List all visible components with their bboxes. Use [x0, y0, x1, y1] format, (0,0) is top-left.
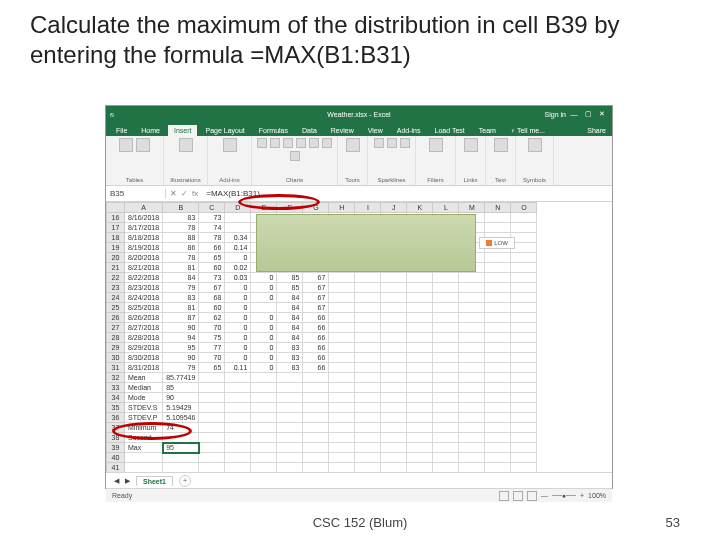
cell[interactable]: 0 — [251, 293, 277, 303]
cell[interactable]: 8/29/2018 — [125, 343, 163, 353]
cell[interactable] — [303, 403, 329, 413]
cell[interactable] — [329, 433, 355, 443]
cell[interactable] — [433, 453, 459, 463]
tab-addins[interactable]: Add-ins — [391, 125, 427, 136]
cell[interactable] — [381, 383, 407, 393]
zoom-in-icon[interactable]: + — [580, 492, 584, 499]
cell[interactable] — [433, 413, 459, 423]
cell[interactable]: 95 — [163, 343, 199, 353]
cell[interactable]: 0 — [225, 353, 251, 363]
cell[interactable] — [355, 313, 381, 323]
cell[interactable] — [511, 373, 537, 383]
cell[interactable] — [355, 323, 381, 333]
cell[interactable] — [459, 273, 485, 283]
tab-review[interactable]: Review — [325, 125, 360, 136]
cell[interactable] — [485, 453, 511, 463]
cell[interactable] — [459, 453, 485, 463]
cell[interactable]: 68 — [199, 293, 225, 303]
cell[interactable]: 0.14 — [225, 243, 251, 253]
row-header[interactable]: 40 — [107, 453, 125, 463]
cell[interactable] — [303, 453, 329, 463]
row-header[interactable]: 39 — [107, 443, 125, 453]
row-header[interactable]: 32 — [107, 373, 125, 383]
cell[interactable] — [277, 463, 303, 473]
cell[interactable]: 88 — [163, 233, 199, 243]
cell[interactable] — [485, 383, 511, 393]
cell[interactable] — [329, 393, 355, 403]
cell[interactable] — [433, 333, 459, 343]
cell[interactable] — [459, 363, 485, 373]
cell[interactable]: 8/18/2018 — [125, 233, 163, 243]
col-header[interactable]: L — [433, 203, 459, 213]
cell[interactable]: 66 — [303, 323, 329, 333]
cell[interactable] — [381, 293, 407, 303]
cell[interactable] — [407, 303, 433, 313]
cell[interactable] — [355, 393, 381, 403]
cell[interactable] — [511, 423, 537, 433]
cell[interactable]: STDEV.S — [125, 403, 163, 413]
signin-link[interactable]: Sign in — [545, 111, 566, 118]
cell[interactable]: 62 — [199, 313, 225, 323]
enter-icon[interactable]: ✓ — [181, 189, 188, 198]
cell[interactable]: 84 — [277, 293, 303, 303]
cell[interactable]: STDEV.P — [125, 413, 163, 423]
row-header[interactable]: 18 — [107, 233, 125, 243]
cell[interactable] — [355, 463, 381, 473]
cell[interactable] — [407, 403, 433, 413]
cell[interactable] — [251, 383, 277, 393]
cell[interactable] — [329, 443, 355, 453]
tellme[interactable]: ♀ Tell me... — [504, 125, 551, 136]
cell[interactable] — [407, 393, 433, 403]
cell[interactable]: Median — [125, 383, 163, 393]
cell[interactable]: 81 — [163, 263, 199, 273]
cell[interactable]: 5.19429 — [163, 403, 199, 413]
cell[interactable] — [381, 283, 407, 293]
cell[interactable] — [459, 383, 485, 393]
cell[interactable] — [251, 463, 277, 473]
cell[interactable] — [355, 283, 381, 293]
cell[interactable]: 67 — [303, 273, 329, 283]
cell[interactable]: 84 — [277, 303, 303, 313]
cell[interactable] — [485, 443, 511, 453]
cell[interactable] — [329, 333, 355, 343]
cell[interactable]: 67 — [199, 283, 225, 293]
cell[interactable] — [225, 373, 251, 383]
cell[interactable] — [381, 343, 407, 353]
cell[interactable] — [381, 413, 407, 423]
cell[interactable] — [511, 463, 537, 473]
cell[interactable]: 83 — [277, 353, 303, 363]
cell[interactable] — [407, 333, 433, 343]
name-box[interactable]: B35 — [106, 189, 166, 198]
cell[interactable]: 8/28/2018 — [125, 333, 163, 343]
cell[interactable] — [433, 323, 459, 333]
row-header[interactable]: 25 — [107, 303, 125, 313]
row-header[interactable]: 36 — [107, 413, 125, 423]
cell[interactable] — [511, 303, 537, 313]
cell[interactable] — [355, 423, 381, 433]
cell[interactable] — [511, 283, 537, 293]
cell[interactable] — [459, 323, 485, 333]
cell[interactable] — [329, 313, 355, 323]
cell[interactable] — [251, 303, 277, 313]
cell[interactable] — [303, 443, 329, 453]
cell[interactable] — [329, 453, 355, 463]
cell[interactable]: 0.11 — [225, 363, 251, 373]
cancel-icon[interactable]: ✕ — [170, 189, 177, 198]
cell[interactable]: 0 — [251, 363, 277, 373]
cell[interactable]: 83 — [163, 213, 199, 223]
row-header[interactable]: 34 — [107, 393, 125, 403]
cell[interactable] — [433, 463, 459, 473]
cell[interactable] — [225, 223, 251, 233]
cell[interactable] — [459, 403, 485, 413]
cell[interactable] — [485, 413, 511, 423]
cell[interactable] — [511, 433, 537, 443]
cell[interactable] — [485, 323, 511, 333]
cell[interactable]: 8/22/2018 — [125, 273, 163, 283]
cell[interactable]: 8/17/2018 — [125, 223, 163, 233]
cell[interactable]: 79 — [163, 363, 199, 373]
minimize-icon[interactable]: — — [568, 111, 580, 118]
cell[interactable] — [511, 313, 537, 323]
tab-formulas[interactable]: Formulas — [253, 125, 294, 136]
map-icon[interactable] — [346, 138, 360, 152]
cell[interactable] — [329, 353, 355, 363]
